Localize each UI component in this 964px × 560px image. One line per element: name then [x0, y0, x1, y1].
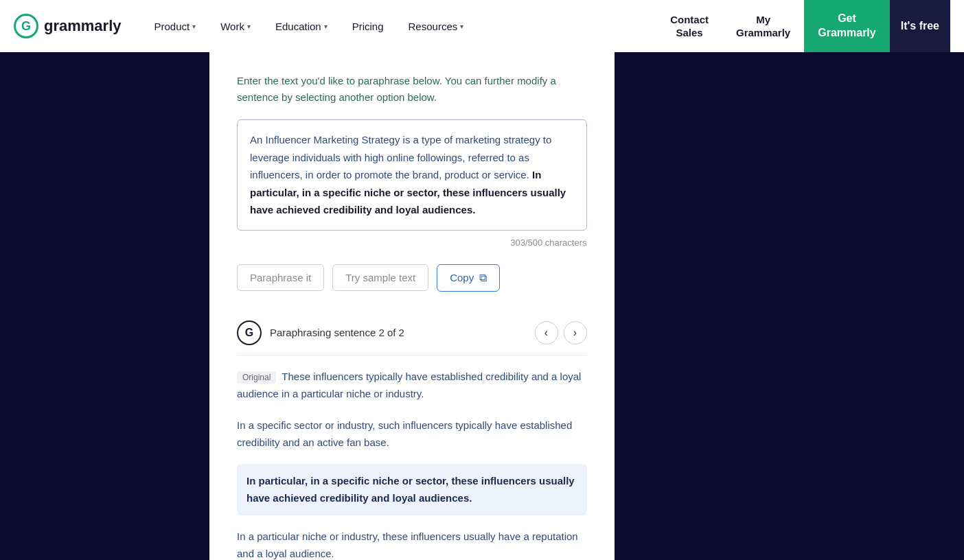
paraphrase-option-2[interactable]: In particular, in a specific niche or se… — [237, 464, 587, 515]
my-grammarly-button[interactable]: My Grammarly — [722, 13, 804, 40]
nav-pricing[interactable]: Pricing — [340, 0, 396, 52]
left-sidebar — [0, 52, 209, 560]
paraphrase-title: Paraphrasing sentence 2 of 2 — [270, 327, 404, 338]
prev-arrow-button[interactable]: ‹ — [535, 321, 558, 345]
original-text: These influencers typically have establi… — [237, 371, 581, 400]
nav-product[interactable]: Product ▾ — [142, 0, 209, 52]
instructions-text: Enter the text you'd like to paraphrase … — [237, 73, 587, 106]
main-content: Enter the text you'd like to paraphrase … — [209, 52, 615, 560]
nav-right: Contact Sales My Grammarly Get Grammarly… — [656, 0, 950, 52]
text-input-area[interactable]: An Influencer Marketing Strategy is a ty… — [237, 119, 587, 231]
nav-resources[interactable]: Resources ▾ — [396, 0, 477, 52]
logo-text: grammarly — [44, 17, 122, 35]
logo[interactable]: G grammarly — [14, 14, 122, 38]
chevron-down-icon: ▾ — [324, 23, 328, 30]
paraphrase-option-3[interactable]: In a particular niche or industry, these… — [237, 526, 587, 561]
char-count: 303/500 characters — [237, 237, 587, 248]
paraphrase-button[interactable]: Paraphrase it — [237, 264, 324, 291]
contact-sales-button[interactable]: Contact Sales — [656, 13, 722, 40]
logo-icon: G — [14, 14, 38, 38]
chevron-down-icon: ▾ — [460, 23, 463, 30]
paraphrase-nav-arrows: ‹ › — [535, 321, 587, 345]
paraphrase-option-1[interactable]: In a specific sector or industry, such i… — [237, 415, 587, 453]
nav-work[interactable]: Work ▾ — [208, 0, 263, 52]
copy-button[interactable]: Copy ⧉ — [437, 264, 500, 292]
chevron-down-icon: ▾ — [247, 23, 251, 30]
right-sidebar — [615, 52, 965, 560]
get-grammarly-button[interactable]: Get Grammarly — [804, 0, 890, 52]
nav-education[interactable]: Education ▾ — [263, 0, 340, 52]
chevron-down-icon: ▾ — [192, 23, 196, 30]
grammarly-icon: G — [237, 320, 262, 345]
paraphrase-header-left: G Paraphrasing sentence 2 of 2 — [237, 320, 404, 345]
input-normal-text: An Influencer Marketing Strategy is a ty… — [250, 134, 551, 180]
original-result: OriginalThese influencers typically have… — [237, 368, 587, 403]
page-body: Enter the text you'd like to paraphrase … — [0, 52, 964, 560]
its-free-button[interactable]: It's free — [890, 0, 950, 52]
paraphrase-header: G Paraphrasing sentence 2 of 2 ‹ › — [237, 311, 587, 355]
copy-icon: ⧉ — [479, 272, 487, 284]
navbar: G grammarly Product ▾ Work ▾ Education ▾… — [0, 0, 964, 52]
buttons-row: Paraphrase it Try sample text Copy ⧉ — [237, 264, 587, 292]
nav-items: Product ▾ Work ▾ Education ▾ Pricing Res… — [142, 0, 657, 52]
next-arrow-button[interactable]: › — [564, 321, 587, 345]
try-sample-button[interactable]: Try sample text — [332, 264, 428, 291]
original-label: Original — [237, 371, 276, 384]
